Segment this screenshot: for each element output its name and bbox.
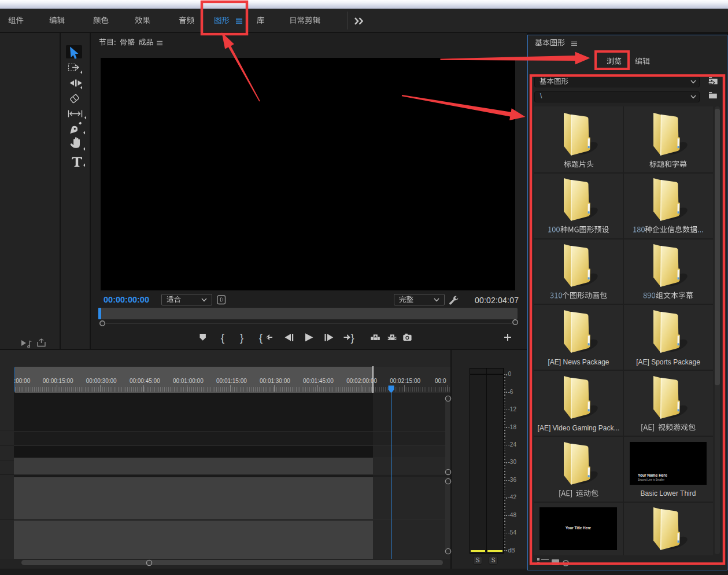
- svg-text:}: }: [351, 332, 354, 344]
- svg-text:}: }: [240, 332, 243, 344]
- svg-text:{: {: [259, 332, 263, 344]
- svg-text:{: {: [221, 332, 224, 344]
